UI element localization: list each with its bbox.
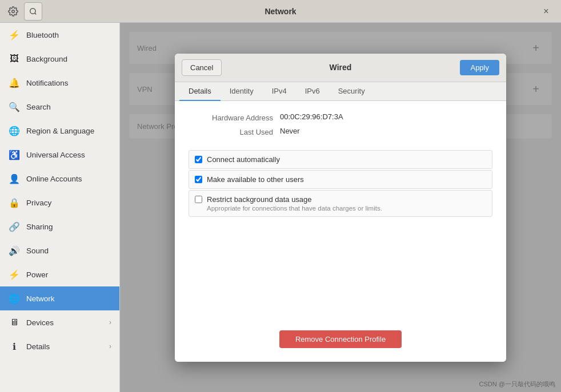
sidebar-item-label-sound: Sound <box>26 246 111 255</box>
checkbox-group: Connect automaticallyMake available to o… <box>189 150 492 217</box>
sidebar: ⚡Bluetooth🖼Background🔔Notifications🔍Sear… <box>0 23 120 392</box>
checkbox-connect-auto[interactable] <box>195 156 202 163</box>
region-language-icon: 🌐 <box>8 124 21 137</box>
chevron-icon-details: › <box>109 342 111 350</box>
sidebar-item-label-universal-access: Universal Access <box>26 151 111 159</box>
last-used-value: Never <box>280 127 492 136</box>
close-button[interactable]: × <box>538 3 554 19</box>
sidebar-item-label-privacy: Privacy <box>26 199 111 207</box>
last-used-label: Last Used <box>189 127 280 136</box>
tab-security[interactable]: Security <box>329 82 374 101</box>
sidebar-item-label-sharing: Sharing <box>26 223 111 231</box>
sidebar-item-label-notifications: Notifications <box>26 79 111 87</box>
sidebar-item-label-bluetooth: Bluetooth <box>26 31 111 39</box>
sidebar-item-label-network: Network <box>26 294 111 303</box>
checkbox-label-connect-auto: Connect automatically <box>207 155 280 164</box>
online-accounts-icon: 👤 <box>8 172 21 185</box>
checkbox-item-available-users[interactable]: Make available to other users <box>189 170 492 189</box>
network-icon: 🌐 <box>8 292 21 305</box>
sidebar-item-network[interactable]: 🌐Network <box>0 286 119 310</box>
main-layout: ⚡Bluetooth🖼Background🔔Notifications🔍Sear… <box>0 23 561 392</box>
titlebar: Network × <box>0 0 561 23</box>
hardware-address-value: 00:0C:29:96:D7:3A <box>280 112 492 122</box>
svg-line-2 <box>35 13 37 14</box>
sidebar-item-bluetooth[interactable]: ⚡Bluetooth <box>0 23 119 47</box>
checkbox-sublabel-restrict-bg: Appropriate for connections that have da… <box>207 205 382 212</box>
remove-connection-button[interactable]: Remove Connection Profile <box>279 330 402 348</box>
settings-icon <box>7 5 19 18</box>
tab-identity[interactable]: Identity <box>221 82 263 101</box>
tab-ipv6[interactable]: IPv6 <box>296 82 329 101</box>
sidebar-item-region-language[interactable]: 🌐Region & Language <box>0 119 119 143</box>
dialog-tabs: DetailsIdentityIPv4IPv6Security <box>175 82 506 101</box>
universal-access-icon: ♿ <box>8 148 21 161</box>
dialog-title: Wired <box>330 63 352 72</box>
sidebar-item-universal-access[interactable]: ♿Universal Access <box>0 143 119 167</box>
tab-ipv4[interactable]: IPv4 <box>263 82 296 101</box>
sidebar-item-label-details: Details <box>26 342 109 351</box>
window-title: Network <box>265 7 296 16</box>
wired-dialog: Cancel Wired Apply DetailsIdentityIPv4IP… <box>175 54 506 362</box>
sidebar-item-label-devices: Devices <box>26 318 109 327</box>
sidebar-item-label-power: Power <box>26 270 111 279</box>
sidebar-item-privacy[interactable]: 🔒Privacy <box>0 191 119 215</box>
devices-icon: 🖥 <box>8 316 21 329</box>
bluetooth-icon: ⚡ <box>8 29 21 41</box>
sidebar-item-background[interactable]: 🖼Background <box>0 47 119 71</box>
search-button[interactable] <box>24 2 42 21</box>
modal-overlay: Cancel Wired Apply DetailsIdentityIPv4IP… <box>120 23 561 392</box>
dialog-body: Hardware Address 00:0C:29:96:D7:3A Last … <box>175 101 506 319</box>
sound-icon: 🔊 <box>8 244 21 257</box>
sidebar-item-online-accounts[interactable]: 👤Online Accounts <box>0 167 119 191</box>
checkbox-label-restrict-bg: Restrict background data usage <box>207 195 382 204</box>
power-icon: ⚡ <box>8 268 21 281</box>
checkbox-label-available-users: Make available to other users <box>207 175 304 184</box>
background-icon: 🖼 <box>8 52 21 65</box>
tab-details[interactable]: Details <box>179 82 221 101</box>
privacy-icon: 🔒 <box>8 196 21 209</box>
info-grid: Hardware Address 00:0C:29:96:D7:3A Last … <box>189 112 492 136</box>
sidebar-item-label-search: Search <box>26 103 111 111</box>
dialog-header: Cancel Wired Apply <box>175 54 506 82</box>
sidebar-item-search[interactable]: 🔍Search <box>0 95 119 119</box>
checkbox-item-connect-auto[interactable]: Connect automatically <box>189 150 492 169</box>
sidebar-item-sound[interactable]: 🔊Sound <box>0 239 119 262</box>
sidebar-item-notifications[interactable]: 🔔Notifications <box>0 71 119 95</box>
details-icon: ℹ <box>8 340 21 353</box>
remove-button-wrap: Remove Connection Profile <box>175 319 506 362</box>
content-area: Wired + VPN + Network Proxy <box>120 23 561 392</box>
svg-point-0 <box>12 10 15 13</box>
sidebar-item-power[interactable]: ⚡Power <box>0 262 119 286</box>
hardware-address-label: Hardware Address <box>189 112 280 122</box>
sidebar-item-label-background: Background <box>26 55 111 63</box>
svg-point-1 <box>30 8 35 13</box>
sidebar-item-sharing[interactable]: 🔗Sharing <box>0 215 119 239</box>
sidebar-item-details[interactable]: ℹDetails› <box>0 334 119 358</box>
sharing-icon: 🔗 <box>8 220 21 233</box>
chevron-icon-devices: › <box>109 318 111 326</box>
checkbox-available-users[interactable] <box>195 176 202 183</box>
checkbox-restrict-bg[interactable] <box>195 196 202 203</box>
apply-button[interactable]: Apply <box>460 60 499 75</box>
checkbox-item-restrict-bg[interactable]: Restrict background data usageAppropriat… <box>189 190 492 217</box>
sidebar-item-label-region-language: Region & Language <box>26 127 111 135</box>
sidebar-item-devices[interactable]: 🖥Devices› <box>0 310 119 334</box>
notifications-icon: 🔔 <box>8 76 21 89</box>
sidebar-item-label-online-accounts: Online Accounts <box>26 175 111 183</box>
search-icon: 🔍 <box>8 100 21 113</box>
cancel-button[interactable]: Cancel <box>182 59 222 76</box>
